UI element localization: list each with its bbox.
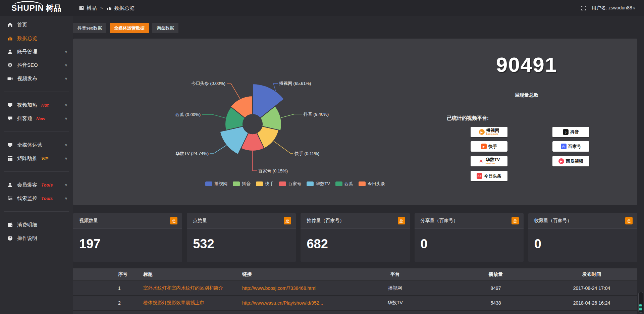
cell-no: 2 bbox=[117, 300, 142, 306]
chevron-down-icon: ∨ bbox=[65, 63, 67, 67]
breadcrumb-root[interactable]: 树品 bbox=[87, 5, 97, 11]
logo-text-en: SHUPIN bbox=[11, 3, 44, 13]
stat-card-value: 0 bbox=[534, 237, 637, 251]
sidebar-item-视频发布[interactable]: 视频发布∨ bbox=[0, 72, 73, 85]
scrollbar[interactable] bbox=[638, 292, 643, 313]
tab-询盘数据[interactable]: 询盘数据 bbox=[152, 23, 178, 33]
stat-card-label: 视频数量 bbox=[79, 218, 98, 224]
col-header: 播放量 bbox=[445, 271, 546, 277]
sidebar-item-label: 数据总览 bbox=[17, 35, 37, 42]
legend-label: 播视网 bbox=[214, 181, 227, 187]
platform-card-今日头条: 头条今日头条 bbox=[471, 171, 507, 181]
legend-item-播视网[interactable]: 播视网 bbox=[205, 181, 227, 187]
sidebar-item-label: 首页 bbox=[17, 22, 27, 28]
sidebar-badge: Tools bbox=[41, 182, 53, 188]
username-label[interactable]: 用户名: zswodun88∨ bbox=[592, 5, 635, 11]
legend-item-百家号[interactable]: 百家号 bbox=[279, 181, 301, 187]
summary-panel: 90491 展现量总数 已统计的视频平台: ▶播视网boosj.com▶快手✳华… bbox=[416, 39, 637, 205]
legend-label: 百家号 bbox=[288, 181, 301, 187]
stat-card-推荐量（百家号）: 推荐量（百家号）总682 bbox=[301, 213, 410, 262]
platform-card-西瓜视频: ▶西瓜视频 bbox=[552, 156, 589, 166]
user-icon bbox=[7, 49, 13, 54]
sidebar-item-label: 消费明细 bbox=[17, 222, 37, 228]
legend-swatch bbox=[279, 181, 286, 186]
sidebar-item-label: 全媒体运营 bbox=[17, 142, 42, 148]
total-badge[interactable]: 总 bbox=[170, 217, 177, 224]
fullscreen-icon[interactable] bbox=[581, 5, 586, 11]
main-content: 抖音seo数据全媒体运营数据询盘数据 播视网 (65.61%)抖音 (9.40%… bbox=[73, 16, 644, 314]
sidebar-item-全媒体运营[interactable]: 全媒体运营∨ bbox=[0, 138, 73, 152]
stat-card-收藏量（百家号）: 收藏量（百家号）总0 bbox=[528, 213, 637, 262]
tab-bar: 抖音seo数据全媒体运营数据询盘数据 bbox=[73, 23, 178, 33]
legend-item-快手[interactable]: 快手 bbox=[256, 181, 274, 187]
board-icon bbox=[79, 5, 84, 11]
sidebar-item-账号管理[interactable]: 账号管理∨ bbox=[0, 45, 73, 58]
cell-link[interactable]: http://www.boosj.com/7338468.html bbox=[241, 285, 345, 291]
legend-item-抖音[interactable]: 抖音 bbox=[233, 181, 251, 187]
app-root: SHUPIN 树品 树品 > 数据总览 用户名: zswodun88∨ 首页数据… bbox=[0, 0, 644, 314]
cell-link[interactable]: http://www.wasu.cn/Play/show/id/952... bbox=[241, 300, 345, 306]
pie-label-抖音: 抖音 (9.40%) bbox=[304, 111, 329, 117]
legend-item-西瓜[interactable]: 西瓜 bbox=[335, 181, 353, 187]
sidebar-divider bbox=[4, 132, 69, 132]
stat-card-label: 推荐量（百家号） bbox=[307, 218, 344, 224]
video-icon bbox=[7, 76, 13, 81]
stat-card-value: 682 bbox=[307, 237, 410, 251]
header-right: 用户名: zswodun88∨ bbox=[581, 5, 644, 11]
total-badge[interactable]: 总 bbox=[398, 217, 405, 224]
sidebar-item-会员爆客[interactable]: 会员爆客Tools∨ bbox=[0, 178, 73, 192]
col-header: 序号 bbox=[117, 271, 142, 277]
sidebar-item-label: 矩阵助推 bbox=[17, 155, 37, 162]
sidebar-item-首页[interactable]: 首页 bbox=[0, 18, 73, 32]
cell-title[interactable]: 室外水纹灯和室内水纹灯的区别和简介 bbox=[142, 285, 241, 291]
breadcrumb: 树品 > 数据总览 bbox=[79, 5, 135, 11]
table-header-row: 序号标题链接平台播放量发布时间 bbox=[73, 268, 637, 281]
legend-swatch bbox=[256, 181, 263, 186]
chevron-down-icon: ∨ bbox=[65, 116, 67, 121]
legend-item-今日头条[interactable]: 今日头条 bbox=[359, 181, 385, 187]
sidebar-item-抖音SEO[interactable]: 抖音SEO∨ bbox=[0, 58, 73, 72]
pie-slice-华数TV[interactable] bbox=[220, 126, 249, 155]
legend-swatch bbox=[233, 181, 240, 186]
pie-leader-line bbox=[210, 145, 226, 153]
sidebar-item-矩阵助推[interactable]: 矩阵助推VIP∨ bbox=[0, 152, 73, 165]
sidebar-item-数据总览[interactable]: 数据总览 bbox=[0, 32, 73, 45]
sidebar-item-抖客通[interactable]: 抖客通New∨ bbox=[0, 112, 73, 125]
legend-label: 抖音 bbox=[242, 181, 251, 187]
app-logo: SHUPIN 树品 bbox=[0, 0, 73, 16]
table-row: 2楼体投影灯投影效果震撼上市http://www.wasu.cn/Play/sh… bbox=[73, 296, 637, 311]
stat-cards-row: 视频数量总197点赞量总532推荐量（百家号）总682分享量（百家号）总0收藏量… bbox=[73, 213, 637, 262]
sidebar-item-label: 线索监控 bbox=[17, 195, 37, 202]
chart-panel: 播视网 (65.61%)抖音 (9.40%)快手 (0.11%)百家号 (0.1… bbox=[73, 39, 637, 205]
grid-icon bbox=[7, 156, 13, 161]
sidebar-item-label: 抖音SEO bbox=[17, 62, 38, 68]
legend-label: 西瓜 bbox=[344, 181, 353, 187]
cell-title[interactable]: 楼体投影灯投影效果震撼上市 bbox=[142, 300, 241, 306]
cell-time: 2017-08-24 17:04 bbox=[546, 285, 637, 291]
sidebar-divider bbox=[4, 171, 69, 172]
data-table: 序号标题链接平台播放量发布时间1室外水纹灯和室内水纹灯的区别和简介http://… bbox=[73, 268, 637, 314]
sidebar-item-操作说明[interactable]: ?操作说明 bbox=[0, 231, 73, 245]
gear-icon bbox=[7, 62, 13, 68]
total-badge[interactable]: 总 bbox=[284, 217, 291, 224]
cell-plays: 5438 bbox=[445, 300, 546, 306]
sidebar-item-视频加热[interactable]: 视频加热Hot∨ bbox=[0, 98, 73, 112]
sidebar-item-label: 账号管理 bbox=[17, 49, 37, 55]
stat-card-视频数量: 视频数量总197 bbox=[73, 213, 182, 262]
scrollbar-thumb[interactable] bbox=[639, 304, 642, 311]
stat-card-点赞量: 点赞量总532 bbox=[187, 213, 296, 262]
legend-item-华数TV[interactable]: 华数TV bbox=[307, 181, 330, 187]
breadcrumb-separator: > bbox=[100, 6, 103, 11]
chevron-down-icon: ∨ bbox=[65, 183, 67, 187]
total-badge[interactable]: 总 bbox=[625, 217, 633, 224]
tab-抖音seo数据[interactable]: 抖音seo数据 bbox=[73, 23, 106, 33]
tab-全媒体运营数据[interactable]: 全媒体运营数据 bbox=[110, 23, 149, 33]
sidebar-item-线索监控[interactable]: 线索监控Tools∨ bbox=[0, 192, 73, 205]
legend-swatch bbox=[359, 181, 366, 186]
platform-card-抖音: ♪抖音 bbox=[552, 127, 589, 137]
chart-mini-icon bbox=[107, 5, 112, 11]
sidebar-item-消费明细[interactable]: 消费明细 bbox=[0, 218, 73, 231]
wallet-icon bbox=[7, 222, 13, 227]
chevron-down-icon: ∨ bbox=[65, 103, 67, 107]
total-badge[interactable]: 总 bbox=[512, 217, 519, 224]
